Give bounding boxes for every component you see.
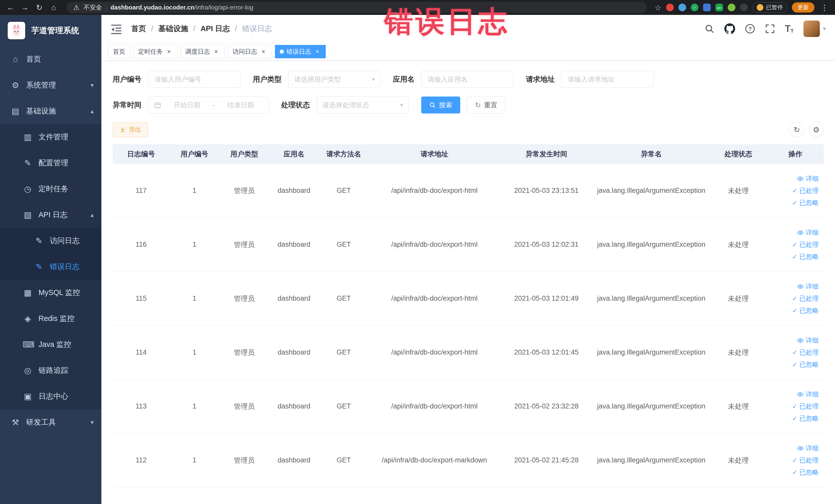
close-icon[interactable]: ×	[260, 48, 267, 55]
url-bar[interactable]: ⚠ 不安全 dashboard.yudao.iocoder.cn/infra/l…	[67, 2, 647, 13]
search-icon[interactable]	[704, 24, 715, 34]
sidebar-item-config-mgmt[interactable]: ✎ 配置管理	[0, 150, 101, 176]
close-icon[interactable]: ×	[165, 48, 172, 55]
close-icon[interactable]: ×	[212, 48, 220, 55]
exception-name-cell: java.lang.IllegalArgumentException	[593, 241, 710, 248]
extension-icon[interactable]	[703, 4, 711, 11]
back-icon[interactable]: ←	[5, 2, 16, 13]
app-name-input[interactable]	[421, 71, 514, 88]
sidebar-item-system-mgmt[interactable]: ⚙ 系统管理 ▾	[0, 72, 101, 98]
home-icon[interactable]: ⌂	[48, 2, 59, 13]
download-icon	[120, 126, 126, 133]
extension-icon[interactable]: on	[715, 4, 723, 11]
process-status-select[interactable]: 请选择处理状态 ▾	[317, 97, 409, 114]
sidebar-item-redis-monitor[interactable]: ◈ Redis 监控	[0, 305, 101, 331]
forward-icon[interactable]: →	[20, 2, 30, 13]
user-type-select[interactable]: 请选择用户类型 ▾	[288, 71, 381, 88]
browser-update-button[interactable]: 更新	[792, 2, 814, 13]
column-header: 请求方法名	[319, 149, 369, 159]
browser-menu-icon[interactable]: ⋮	[819, 3, 830, 12]
detail-link[interactable]: 详细	[797, 174, 819, 183]
sidebar: 芋道管理系统 ⌂ 首页 ⚙ 系统管理 ▾ ▤ 基础设施 ▴ ▥ 文件管理 ✎ 配…	[0, 15, 101, 504]
sidebar-item-log-center[interactable]: ▣ 日志中心	[0, 383, 101, 409]
refresh-table-button[interactable]: ↻	[789, 122, 804, 137]
sidebar-item-access-log[interactable]: ✎ 访问日志	[0, 228, 101, 254]
app-logo[interactable]: 芋道管理系统	[0, 15, 101, 46]
detail-link[interactable]: 详细	[797, 336, 819, 345]
fullscreen-icon[interactable]	[765, 24, 775, 34]
sidebar-item-api-logs[interactable]: ▧ API 日志 ▴	[0, 202, 101, 228]
exception-name-cell: java.lang.IllegalArgumentException	[593, 456, 710, 464]
sidebar-toggle-icon[interactable]	[110, 23, 122, 35]
extension-icon[interactable]	[740, 4, 748, 11]
mark-processed-link[interactable]: ✓ 已处理	[792, 294, 819, 303]
extension-icon[interactable]	[678, 4, 686, 11]
extension-icon[interactable]: ✓	[691, 4, 698, 11]
sidebar-item-label: Redis 监控	[39, 314, 75, 324]
reload-icon[interactable]: ↻	[34, 2, 45, 13]
paused-profile-chip[interactable]: 已暂停	[752, 2, 787, 13]
sidebar-item-label: 研发工具	[26, 417, 56, 427]
mark-processed-link[interactable]: ✓ 已处理	[792, 348, 819, 357]
tag-dispatch-log[interactable]: 调度日志 ×	[180, 45, 225, 58]
check-icon: ✓	[792, 295, 797, 302]
detail-link[interactable]: 详细	[797, 228, 819, 237]
tag-label: 调度日志	[185, 47, 210, 56]
tag-scheduled-tasks[interactable]: 定时任务 ×	[133, 45, 177, 58]
chevron-down-icon: ▾	[372, 76, 375, 83]
mark-ignored-link[interactable]: ✓ 已忽略	[792, 414, 819, 423]
sidebar-item-home[interactable]: ⌂ 首页	[0, 46, 101, 72]
tag-home[interactable]: 首页	[108, 45, 130, 58]
mark-ignored-link[interactable]: ✓ 已忽略	[792, 253, 819, 261]
detail-link[interactable]: 详细	[797, 390, 819, 399]
breadcrumb-infrastructure[interactable]: 基础设施	[158, 24, 188, 34]
close-icon[interactable]: ×	[314, 48, 321, 55]
tag-label: 访问日志	[232, 47, 257, 56]
tag-access-log[interactable]: 访问日志 ×	[228, 45, 272, 58]
extension-icon[interactable]	[666, 4, 674, 11]
detail-link[interactable]: 详细	[797, 282, 819, 291]
log-id-cell: 113	[113, 402, 170, 410]
column-settings-button[interactable]: ⚙	[809, 122, 824, 137]
mark-processed-link[interactable]: ✓ 已处理	[792, 402, 819, 410]
mark-processed-link[interactable]: ✓ 已处理	[792, 240, 819, 249]
breadcrumb-home[interactable]: 首页	[131, 24, 146, 34]
log-center-icon: ▣	[23, 391, 33, 401]
sidebar-item-mysql-monitor[interactable]: ▦ MySQL 监控	[0, 280, 101, 305]
sidebar-item-java-monitor[interactable]: ⌨ Java 监控	[0, 331, 101, 357]
user-menu[interactable]: ▾	[803, 21, 826, 37]
eye-icon	[797, 229, 804, 236]
actions-cell: 详细 ✓ 已处理 ✓ 已忽略	[767, 390, 824, 423]
mark-ignored-link[interactable]: ✓ 已忽略	[792, 468, 819, 477]
sidebar-item-tracing[interactable]: ◎ 链路追踪	[0, 357, 101, 383]
mark-ignored-link[interactable]: ✓ 已忽略	[792, 199, 819, 207]
extension-icon[interactable]	[728, 4, 735, 11]
request-url-input[interactable]	[562, 71, 654, 88]
mark-ignored-link[interactable]: ✓ 已忽略	[792, 360, 819, 369]
bookmark-star-icon[interactable]: ☆	[655, 3, 661, 12]
mark-processed-link[interactable]: ✓ 已处理	[792, 456, 819, 464]
export-button[interactable]: 导出	[113, 122, 148, 137]
avatar[interactable]	[803, 21, 820, 37]
font-size-icon[interactable]: TT	[785, 24, 794, 33]
help-icon[interactable]: ?	[745, 24, 755, 34]
sidebar-item-error-log[interactable]: ✎ 错误日志	[0, 254, 101, 280]
breadcrumb-api-logs[interactable]: API 日志	[201, 24, 230, 34]
mark-ignored-link[interactable]: ✓ 已忽略	[792, 306, 819, 315]
search-button[interactable]: 搜索	[421, 97, 460, 114]
api-log-icon: ▧	[23, 210, 33, 220]
github-icon[interactable]	[725, 23, 735, 34]
reset-button[interactable]: ↻ 重置	[467, 97, 505, 114]
tag-error-log[interactable]: 错误日志 ×	[275, 45, 326, 58]
sidebar-item-dev-tools[interactable]: ⚒ 研发工具 ▾	[0, 409, 101, 435]
sidebar-item-file-mgmt[interactable]: ▥ 文件管理	[0, 124, 101, 150]
start-date-input[interactable]: 开始日期	[165, 101, 209, 109]
app-name-cell: dashboard	[269, 348, 319, 356]
exception-time-range-picker[interactable]: 开始日期 - 结束日期	[148, 97, 269, 114]
sidebar-item-infrastructure[interactable]: ▤ 基础设施 ▴	[0, 98, 101, 124]
sidebar-item-scheduled-tasks[interactable]: ◷ 定时任务	[0, 176, 101, 202]
mark-processed-link[interactable]: ✓ 已处理	[792, 186, 819, 195]
user-id-input[interactable]	[148, 71, 241, 88]
end-date-input[interactable]: 结束日期	[219, 101, 263, 109]
detail-link[interactable]: 详细	[797, 444, 819, 452]
